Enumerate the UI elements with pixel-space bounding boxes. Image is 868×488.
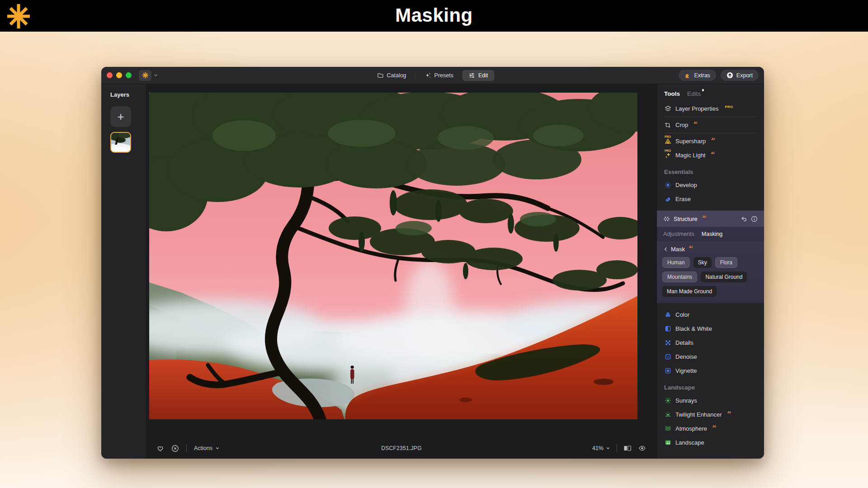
tab-tools[interactable]: Tools bbox=[664, 90, 680, 97]
structure-header[interactable]: Structure AI bbox=[657, 211, 764, 227]
eraser-icon bbox=[664, 196, 671, 202]
actions-label: Actions bbox=[194, 445, 212, 451]
canvas-statusbar: Actions DSCF2351.JPG 41% bbox=[146, 438, 656, 459]
close-window-button[interactable] bbox=[107, 72, 113, 78]
mask-category-pills: Human Sky Flora Mountains Natural Ground… bbox=[662, 257, 759, 297]
zoom-window-button[interactable] bbox=[126, 72, 132, 78]
sunrays-icon bbox=[664, 397, 671, 404]
essentials-section-header: Essentials bbox=[657, 162, 764, 178]
extras-button[interactable]: Extras bbox=[679, 70, 716, 81]
vignette-label: Vignette bbox=[675, 367, 697, 374]
tool-magic-light[interactable]: PRO Magic Light AI bbox=[657, 148, 764, 162]
presets-sparkle-icon bbox=[425, 72, 431, 79]
preview-eye-icon[interactable] bbox=[638, 445, 646, 452]
atmosphere-waves-icon bbox=[664, 425, 671, 432]
twilight-sunset-icon bbox=[664, 411, 671, 418]
chevron-down-icon bbox=[215, 446, 220, 450]
reject-circle-x-icon[interactable] bbox=[171, 445, 179, 452]
tool-landscape[interactable]: Landscape bbox=[657, 436, 764, 450]
compare-before-after-icon[interactable] bbox=[623, 445, 632, 452]
tool-denoise[interactable]: Denoise bbox=[657, 350, 764, 364]
vignette-icon bbox=[664, 367, 671, 374]
tool-develop[interactable]: Develop bbox=[657, 178, 764, 192]
tool-layer-properties[interactable]: Layer Properties PRO bbox=[657, 102, 764, 116]
tool-details[interactable]: Details bbox=[657, 336, 764, 350]
ai-badge: AI bbox=[711, 151, 714, 155]
landscape-photo bbox=[149, 93, 637, 419]
supersharp-label: Supersharp bbox=[675, 138, 706, 145]
mask-pill-mountains[interactable]: Mountains bbox=[662, 272, 697, 282]
info-icon[interactable] bbox=[751, 216, 758, 222]
crop-icon bbox=[664, 122, 671, 128]
chevron-down-icon bbox=[606, 446, 610, 450]
supersharp-icon: PRO bbox=[664, 138, 671, 145]
tools-panel: Tools Edits Layer Properties PRO Crop bbox=[656, 84, 764, 459]
sliders-icon bbox=[469, 72, 475, 79]
window-titlebar: Catalog Presets Edit bbox=[101, 67, 764, 84]
traffic-lights bbox=[107, 72, 132, 78]
mask-back-row[interactable]: Mask AI bbox=[662, 246, 759, 253]
pro-mini-badge: PRO bbox=[665, 149, 671, 152]
tab-presets[interactable]: Presets bbox=[419, 70, 460, 81]
page-header: Masking bbox=[0, 0, 868, 32]
structure-tool-panel: Structure AI Adjustments Masking bbox=[657, 211, 764, 303]
tab-adjustments[interactable]: Adjustments bbox=[663, 231, 694, 237]
landscape-section-header: Landscape bbox=[657, 378, 764, 394]
back-chevron-icon bbox=[663, 247, 668, 252]
tab-edit[interactable]: Edit bbox=[462, 70, 495, 81]
minimize-window-button[interactable] bbox=[116, 72, 122, 78]
app-menu-button[interactable] bbox=[139, 70, 151, 81]
add-layer-button[interactable]: + bbox=[110, 106, 131, 127]
landscape-label: Landscape bbox=[675, 439, 704, 446]
pro-mini-badge: PRO bbox=[665, 135, 671, 138]
black-and-white-label: Black & White bbox=[675, 325, 712, 332]
twilight-enhancer-label: Twilight Enhancer bbox=[675, 411, 722, 418]
tool-supersharp[interactable]: PRO Supersharp AI bbox=[657, 134, 764, 148]
mask-pill-natural-ground[interactable]: Natural Ground bbox=[701, 272, 747, 282]
mask-pill-man-made-ground[interactable]: Man Made Ground bbox=[662, 286, 717, 297]
app-window: Catalog Presets Edit bbox=[101, 67, 764, 459]
ai-badge: AI bbox=[693, 121, 697, 125]
panel-divider bbox=[664, 117, 757, 117]
atmosphere-label: Atmosphere bbox=[675, 425, 707, 432]
tab-edits[interactable]: Edits bbox=[687, 90, 701, 97]
export-label: Export bbox=[736, 72, 753, 79]
mask-pill-flora[interactable]: Flora bbox=[715, 257, 737, 268]
tab-catalog[interactable]: Catalog bbox=[371, 70, 412, 81]
luminar-logo-icon bbox=[5, 3, 32, 29]
mask-pill-human[interactable]: Human bbox=[662, 257, 690, 268]
tool-crop[interactable]: Crop AI bbox=[657, 118, 764, 132]
masking-body: Mask AI Human Sky Flora Mountains Natura… bbox=[657, 241, 764, 303]
tool-color[interactable]: Color bbox=[657, 308, 764, 322]
actions-dropdown[interactable]: Actions bbox=[194, 445, 220, 451]
undo-icon[interactable] bbox=[741, 216, 747, 222]
magic-light-label: Magic Light bbox=[675, 152, 705, 159]
layers-panel-title: Layers bbox=[110, 91, 146, 98]
favorite-heart-icon[interactable] bbox=[156, 445, 164, 452]
tool-twilight-enhancer[interactable]: Twilight Enhancer AI bbox=[657, 408, 764, 422]
structure-label: Structure bbox=[674, 216, 698, 222]
landscape-image-icon bbox=[664, 439, 671, 446]
tool-erase[interactable]: Erase bbox=[657, 192, 764, 206]
magic-light-icon: PRO bbox=[664, 152, 671, 159]
tab-masking[interactable]: Masking bbox=[702, 231, 723, 237]
layer-thumbnail[interactable] bbox=[110, 132, 131, 153]
zoom-dropdown[interactable]: 41% bbox=[592, 445, 610, 451]
export-button[interactable]: Export bbox=[721, 70, 759, 81]
tab-edit-label: Edit bbox=[478, 72, 488, 79]
photo-canvas[interactable] bbox=[149, 93, 637, 419]
mask-pill-sky[interactable]: Sky bbox=[693, 257, 712, 268]
zoom-level-label: 41% bbox=[592, 445, 604, 451]
app-menu-chevron-icon[interactable] bbox=[153, 73, 158, 78]
tool-sunrays[interactable]: Sunrays bbox=[657, 394, 764, 408]
tool-black-and-white[interactable]: Black & White bbox=[657, 322, 764, 336]
ai-badge: AI bbox=[703, 215, 706, 219]
ai-badge: AI bbox=[727, 410, 731, 414]
layers-panel: Layers + bbox=[101, 84, 146, 459]
develop-label: Develop bbox=[675, 182, 697, 188]
tool-atmosphere[interactable]: Atmosphere AI bbox=[657, 422, 764, 436]
edits-notification-dot bbox=[702, 89, 704, 91]
panel-divider bbox=[664, 133, 757, 133]
ai-badge: AI bbox=[712, 424, 716, 428]
tool-vignette[interactable]: Vignette bbox=[657, 364, 764, 378]
